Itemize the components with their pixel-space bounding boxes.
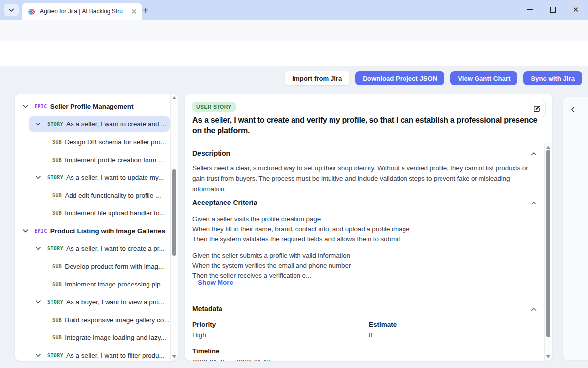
sync-with-jira-button[interactable]: Sync with Jira — [523, 71, 582, 85]
tree-item-title: Seller Profile Management — [50, 103, 134, 110]
description-heading: Description — [192, 149, 230, 157]
chevron-down-icon[interactable] — [23, 105, 28, 108]
divider — [185, 142, 552, 142]
chevron-down-icon[interactable] — [36, 300, 41, 304]
tree-item-title: As a buyer, I want to view a pro... — [66, 298, 164, 306]
metadata-heading: Metadata — [192, 305, 222, 313]
tree-item-title: As a seller, I want to update my... — [66, 174, 164, 181]
scrollbar-thumb[interactable] — [546, 150, 550, 337]
chevron-down-icon[interactable] — [36, 354, 41, 357]
close-icon: ✕ — [573, 6, 579, 14]
detail-scrollbar[interactable] — [544, 143, 551, 361]
collapse-metadata-chevron-icon[interactable] — [531, 307, 537, 311]
item-type-label: EPIC — [35, 104, 47, 109]
tree-item-title: Implement image processing pip... — [65, 281, 166, 288]
download-project-json-button[interactable]: Download Project JSON — [355, 71, 444, 85]
tree-item-title: Implement profile creation form ... — [65, 156, 164, 164]
tree-item-epic[interactable]: EPICProduct Listing with Image Galleries — [15, 223, 170, 239]
tree-item-sub[interactable]: SUBAdd edit functionality to profile ... — [15, 187, 170, 203]
acceptance-criteria-body: Given a seller visits the profile creati… — [192, 214, 540, 287]
chevron-down-icon[interactable] — [23, 229, 28, 233]
scroll-down-arrow[interactable] — [172, 355, 176, 358]
tree-item-title: As a seller, I want to create a pr... — [66, 245, 165, 252]
close-window-button[interactable]: ✕ — [564, 0, 587, 20]
visual-paradigm-favicon — [28, 7, 36, 16]
tree-item-story[interactable]: STORYAs a seller, I want to update my... — [15, 169, 170, 185]
chevron-left-icon — [571, 107, 575, 113]
expand-panel-button[interactable] — [567, 103, 578, 116]
import-from-jira-button[interactable]: Import from Jira — [285, 71, 349, 85]
new-tab-button[interactable]: + — [139, 4, 152, 17]
tree-item-sub[interactable]: SUBImplement profile creation form ... — [15, 152, 170, 167]
tree-item-sub[interactable]: SUBImplement image processing pip... — [15, 276, 170, 292]
timeline-value: 2026-01-05 → 2026-01-12 — [192, 358, 271, 361]
tree-item-story[interactable]: STORYAs a buyer, I want to view a pro... — [15, 294, 170, 310]
priority-label: Priority — [192, 321, 216, 328]
maximize-icon — [550, 7, 556, 13]
item-type-label: SUB — [52, 282, 62, 287]
tree-item-sub[interactable]: SUBBuild responsive image gallery co... — [15, 312, 170, 327]
show-more-link[interactable]: Show More — [198, 279, 233, 286]
divider — [192, 192, 541, 192]
item-type-label: SUB — [52, 335, 62, 340]
action-button-row: Import from Jira Download Project JSON V… — [285, 71, 582, 85]
story-title: As a seller, I want to create and verify… — [192, 115, 540, 136]
tab-close-icon[interactable] — [130, 7, 138, 16]
edit-pencil-icon — [533, 105, 541, 113]
collapse-description-chevron-icon[interactable] — [531, 152, 537, 156]
right-collapsed-panel — [562, 97, 588, 361]
chevron-down-icon — [8, 8, 14, 12]
scroll-up-arrow[interactable] — [172, 96, 176, 99]
tree-item-title: Add edit functionality to profile ... — [65, 192, 161, 199]
maximize-button[interactable] — [542, 0, 564, 20]
item-type-label: SUB — [52, 210, 62, 216]
tab-title: Agilien for Jira | AI Backlog Stru — [40, 8, 126, 15]
tab-search-button[interactable] — [4, 4, 19, 16]
acceptance-criteria-paragraph: Given a seller visits the profile creati… — [192, 214, 540, 244]
item-type-badge: USER STORY — [192, 102, 236, 112]
minimize-icon — [527, 9, 533, 10]
tree-scrollbar[interactable] — [170, 94, 178, 361]
browser-window: Agilien for Jira | AI Backlog Stru + ✕ ←… — [0, 0, 588, 368]
priority-value: High — [192, 331, 206, 339]
tree-item-story[interactable]: STORYAs a seller, I want to create and .… — [15, 116, 170, 132]
scroll-up-arrow[interactable] — [546, 146, 550, 149]
tree-item-epic[interactable]: EPICSeller Profile Management — [15, 98, 170, 114]
tree-item-sub[interactable]: SUBImplement file upload handler fo... — [15, 205, 170, 221]
tree-item-title: As a seller, I want to create and ... — [66, 121, 166, 128]
tree-item-story[interactable]: STORYAs a seller, I want to create a pr.… — [15, 241, 170, 256]
browser-tab[interactable]: Agilien for Jira | AI Backlog Stru — [22, 3, 142, 20]
tree-item-sub[interactable]: SUBDevelop product form with imag... — [15, 258, 170, 274]
app-header: Agilien Powered by Visual Paradigm More … — [0, 41, 588, 66]
item-type-label: STORY — [47, 353, 63, 358]
chevron-down-icon[interactable] — [36, 176, 41, 179]
minimize-button[interactable] — [519, 0, 542, 20]
tree-item-sub[interactable]: SUBDesign DB schema for seller pro... — [15, 134, 170, 150]
tree-rows: EPICSeller Profile ManagementSTORYAs a s… — [15, 94, 170, 361]
story-detail-panel: USER STORY As a seller, I want to create… — [185, 94, 552, 361]
tree-item-title: Integrate image loading and lazy... — [65, 334, 166, 341]
tree-item-sub[interactable]: SUBIntegrate image loading and lazy... — [15, 329, 170, 345]
item-type-label: STORY — [47, 246, 63, 251]
chevron-down-icon[interactable] — [36, 247, 41, 250]
estimate-value: 8 — [369, 331, 373, 339]
item-type-label: EPIC — [35, 228, 47, 234]
tree-item-story[interactable]: STORYAs a seller, I want to filter produ… — [15, 347, 170, 361]
indent-guide — [46, 132, 46, 152]
tree-item-title: Build responsive image gallery co... — [65, 316, 169, 324]
browser-titlebar: Agilien for Jira | AI Backlog Stru + ✕ — [0, 0, 588, 20]
collapse-acceptance-chevron-icon[interactable] — [531, 201, 537, 205]
divider — [192, 298, 541, 298]
tree-item-title: Product Listing with Image Galleries — [50, 227, 165, 235]
window-controls: ✕ — [519, 0, 587, 20]
estimate-label: Estimate — [369, 321, 397, 328]
view-gantt-chart-button[interactable]: View Gantt Chart — [450, 71, 517, 85]
item-type-label: SUB — [52, 157, 62, 163]
scroll-down-arrow[interactable] — [546, 355, 550, 358]
item-type-label: STORY — [47, 175, 63, 180]
backlog-tree-panel: EPICSeller Profile ManagementSTORYAs a s… — [15, 94, 178, 361]
chevron-down-icon[interactable] — [36, 123, 41, 126]
scrollbar-thumb[interactable] — [172, 169, 176, 256]
item-type-label: STORY — [47, 122, 63, 127]
description-body: Sellers need a clear, structured way to … — [192, 163, 540, 194]
